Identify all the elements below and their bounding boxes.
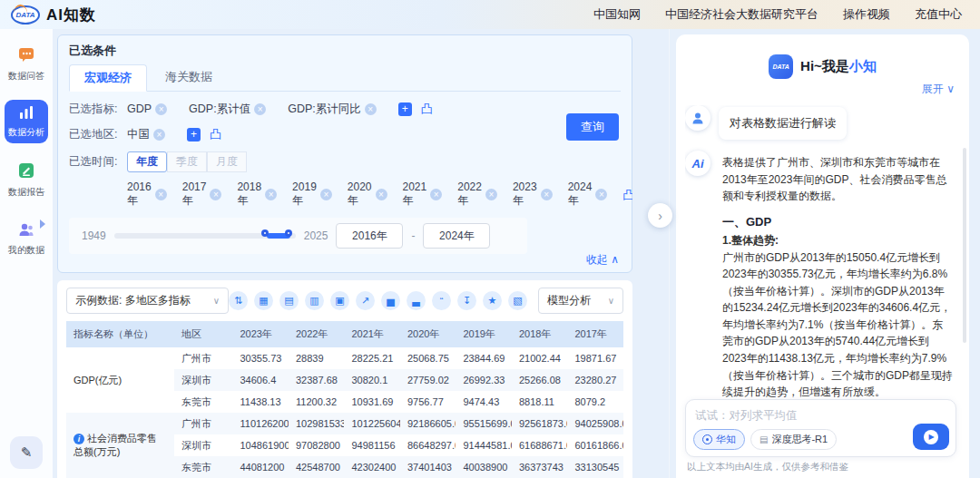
table-view-icon[interactable]: ▤ [279, 291, 299, 310]
download-icon[interactable]: ↧ [457, 291, 476, 310]
close-icon[interactable]: × [595, 189, 607, 200]
year-tag-label: 2021年 [403, 180, 427, 209]
col-header: 地区 [174, 321, 233, 347]
feedback-pen-button[interactable]: ✎ [10, 436, 43, 469]
sample-data-select[interactable]: 示例数据: 多地区多指标 ∨ [66, 288, 229, 314]
image-chart-icon[interactable]: ▣ [330, 291, 349, 310]
info-icon[interactable]: i [74, 434, 84, 444]
trend-chart-icon[interactable]: ↗ [356, 291, 375, 310]
report-icon[interactable]: ▧ [508, 291, 527, 310]
report-pen-icon [17, 161, 35, 183]
year-tag-label: 2023年 [513, 180, 537, 209]
ai-response: 表格提供了广州市、深圳市和东莞市等城市在2013年至2023年间的GDP、社会消… [719, 151, 955, 398]
section-heading: 一、GDP [722, 213, 953, 231]
value-cell: 11200.32 [289, 391, 345, 413]
collapse-link[interactable]: 收起 ∧ [586, 252, 619, 268]
indicators-label: 已选指标: [69, 102, 127, 117]
close-icon[interactable]: × [153, 129, 165, 141]
selected-time-row: 已选时间: 年度 季度 月度 [69, 151, 621, 172]
nav-recharge-link[interactable]: 充值中心 [915, 6, 962, 23]
add-indicator-button[interactable]: + [398, 102, 412, 116]
quote-icon[interactable]: “ [432, 291, 451, 310]
histogram-icon[interactable]: ▃ [407, 291, 426, 310]
slider-min-label: 1949 [82, 229, 106, 242]
ai-response-intro: 表格提供了广州市、深圳市和东莞市等城市在2013年至2023年间的GDP、社会消… [722, 154, 953, 205]
close-icon[interactable]: × [155, 189, 167, 200]
add-region-button[interactable]: + [187, 128, 201, 141]
custom-group-icon[interactable]: 凸 [210, 126, 221, 142]
panel-divider [669, 29, 670, 478]
indicator-tag-label: GDP:累计同比 [288, 102, 361, 117]
grid-icon[interactable]: ▦ [254, 291, 273, 310]
close-icon[interactable]: × [365, 103, 377, 115]
expand-link[interactable]: 展开 ∨ [922, 82, 955, 97]
ai-logo-icon: Ai [692, 157, 704, 171]
sort-icon[interactable]: ⇅ [229, 291, 248, 310]
close-icon[interactable]: × [254, 103, 266, 115]
chat-input-card: 华知 ▤ 深度思考-R1 ▶ [685, 399, 956, 457]
sidebar-expand-handle[interactable] [40, 219, 45, 229]
sidebar-item-data-report[interactable]: 数据报告 [5, 156, 48, 203]
year-tag: 2024年× [568, 180, 608, 209]
close-icon[interactable]: × [541, 189, 553, 200]
chat-bubble-icon [17, 45, 35, 67]
year-tag: 2016年× [127, 180, 167, 209]
close-icon[interactable]: × [376, 189, 387, 200]
value-cell: 42302400 [344, 456, 400, 478]
nav-video-link[interactable]: 操作视频 [843, 6, 890, 23]
close-icon[interactable]: × [320, 189, 332, 200]
value-cell: 8079.2 [567, 391, 623, 413]
ai-assistant-panel: DATA Hi~我是小知 展开 ∨ 对表格数据进行解读 Ai 表格提供了广州市、… [676, 34, 969, 478]
star-icon[interactable]: ★ [483, 291, 502, 310]
region-tag-label: 中国 [127, 127, 150, 142]
bar-chart-icon[interactable]: ▅ [381, 291, 400, 310]
send-button[interactable]: ▶ [913, 424, 949, 450]
value-cell: 10931.69 [344, 391, 400, 413]
app-title: AI知数 [46, 5, 96, 25]
value-cell: 104861900 [232, 434, 289, 456]
model-analysis-select[interactable]: 模型分析 ∨ [538, 288, 623, 314]
time-mode-yearly[interactable]: 年度 [127, 151, 167, 172]
col-header: 2020年 [400, 321, 456, 347]
custom-group-icon[interactable]: 凸 [421, 101, 433, 117]
chat-scrollbar[interactable] [963, 148, 966, 343]
user-message-row: 对表格数据进行解读 [685, 105, 955, 140]
year-tag: 2018年× [237, 180, 277, 209]
close-icon[interactable]: × [430, 189, 442, 200]
nav-cnki-link[interactable]: 中国知网 [593, 6, 641, 23]
column-chart-icon[interactable]: ▥ [305, 291, 324, 310]
year-tag-label: 2018年 [237, 180, 261, 209]
time-mode-monthly[interactable]: 月度 [207, 151, 247, 172]
time-mode-quarterly[interactable]: 季度 [167, 151, 207, 172]
chat-input[interactable] [686, 400, 956, 427]
sidebar-item-data-analysis[interactable]: 数据分析 [5, 100, 48, 143]
query-button[interactable]: 查询 [566, 113, 619, 141]
custom-group-icon[interactable]: 凸 [622, 187, 632, 203]
model-pills: 华知 ▤ 深度思考-R1 [693, 429, 837, 450]
chat-panel-toggle-button[interactable]: › [648, 203, 672, 228]
slider-handle-start[interactable] [261, 229, 269, 237]
tab-customs-data[interactable]: 海关数据 [151, 64, 227, 91]
col-header: 2018年 [512, 321, 568, 347]
end-year-input[interactable] [423, 223, 490, 249]
huazhi-pill-label: 华知 [716, 433, 736, 446]
close-icon[interactable]: × [485, 189, 497, 200]
close-icon[interactable]: × [265, 189, 277, 200]
close-icon[interactable]: × [155, 103, 167, 115]
deep-think-pill[interactable]: ▤ 深度思考-R1 [750, 429, 837, 450]
slider-track[interactable] [114, 233, 296, 239]
huazhi-model-pill[interactable]: 华知 [693, 429, 745, 450]
close-icon[interactable]: × [210, 189, 221, 200]
year-tag: 2019年× [292, 180, 332, 209]
sidebar-item-data-qa[interactable]: 数据问答 [5, 40, 48, 87]
subsection-heading: 1.整体趋势: [722, 232, 953, 249]
value-cell: 60161866.00 [567, 434, 623, 456]
slider-handle-end[interactable] [285, 229, 292, 237]
chevron-up-icon: ∧ [611, 253, 619, 266]
brand[interactable]: DATA AI知数 [11, 5, 96, 25]
value-cell: 9474.43 [456, 391, 512, 413]
start-year-input[interactable] [336, 223, 403, 249]
nav-bigdata-platform-link[interactable]: 中国经济社会大数据研究平台 [665, 6, 818, 23]
tab-macro-economy[interactable]: 宏观经济 [69, 64, 147, 92]
data-logo-icon: DATA [11, 5, 40, 24]
